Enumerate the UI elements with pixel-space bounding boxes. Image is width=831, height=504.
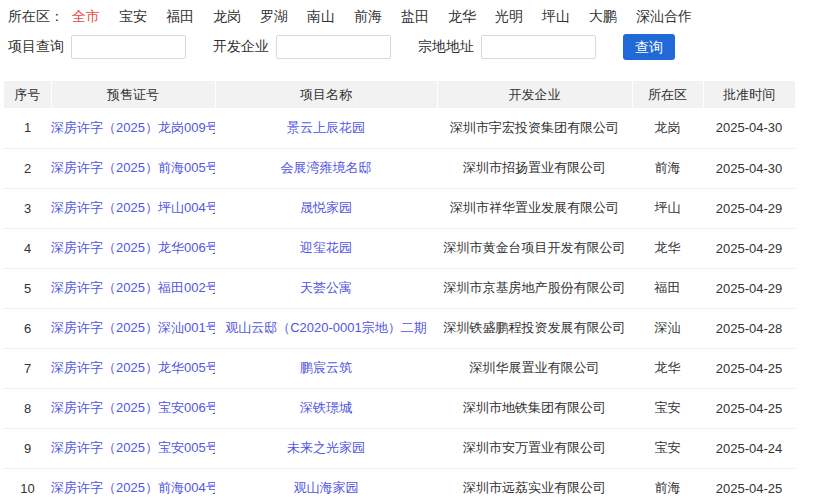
cell-developer: 深圳市安万置业有限公司	[437, 428, 632, 468]
permit-no-link[interactable]: 深房许字（2025）龙岗009号	[51, 120, 215, 135]
permit-no-link[interactable]: 深房许字（2025）前海005号	[51, 160, 215, 175]
cell-index: 5	[4, 268, 51, 308]
project-name-link[interactable]: 未来之光家园	[287, 440, 365, 455]
district-item-0[interactable]: 全市	[72, 8, 100, 26]
table-row: 5深房许字（2025）福田002号天荟公寓深圳市京基房地产股份有限公司福田202…	[4, 268, 795, 308]
cell: 晟悦家园	[215, 188, 437, 228]
cell-approval-date: 2025-04-25	[703, 388, 795, 428]
permit-no-link[interactable]: 深房许字（2025）宝安006号	[51, 400, 215, 415]
cell: 深房许字（2025）宝安005号	[51, 428, 215, 468]
district-item-10[interactable]: 坪山	[542, 8, 570, 26]
cell: 深房许字（2025）福田002号	[51, 268, 215, 308]
cell: 深房许字（2025）前海005号	[51, 148, 215, 188]
cell-approval-date: 2025-04-30	[703, 108, 795, 148]
col-header-approval-date: 批准时间	[703, 81, 795, 108]
district-item-11[interactable]: 大鹏	[589, 8, 617, 26]
permit-no-link[interactable]: 深房许字（2025）深汕001号	[51, 320, 215, 335]
table-row: 2深房许字（2025）前海005号会展湾雍境名邸深圳市招扬置业有限公司前海202…	[4, 148, 795, 188]
permit-no-link[interactable]: 深房许字（2025）坪山004号	[51, 200, 215, 215]
table-body: 1深房许字（2025）龙岗009号景云上辰花园深圳市宇宏投资集团有限公司龙岗20…	[4, 108, 795, 504]
project-search-group: 项目查询	[8, 35, 186, 59]
district-item-1[interactable]: 宝安	[119, 8, 147, 26]
cell-district: 宝安	[632, 428, 703, 468]
cell-district: 宝安	[632, 388, 703, 428]
developer-search-label: 开发企业	[213, 38, 269, 56]
table-row: 7深房许字（2025）龙华005号鹏宸云筑深圳华展置业有限公司龙华2025-04…	[4, 348, 795, 388]
permit-no-link[interactable]: 深房许字（2025）龙华006号	[51, 240, 215, 255]
cell: 未来之光家园	[215, 428, 437, 468]
district-item-4[interactable]: 罗湖	[260, 8, 288, 26]
project-name-link[interactable]: 晟悦家园	[300, 200, 352, 215]
developer-search-input[interactable]	[276, 35, 391, 59]
cell: 深房许字（2025）深汕001号	[51, 308, 215, 348]
table-row: 8深房许字（2025）宝安006号深铁璟城深圳市地铁集团有限公司宝安2025-0…	[4, 388, 795, 428]
col-header-index: 序号	[4, 81, 51, 108]
cell-district: 龙华	[632, 348, 703, 388]
permit-no-link[interactable]: 深房许字（2025）龙华005号	[51, 360, 215, 375]
project-search-input[interactable]	[71, 35, 186, 59]
cell: 深铁璟城	[215, 388, 437, 428]
cell: 鹏宸云筑	[215, 348, 437, 388]
district-item-2[interactable]: 福田	[166, 8, 194, 26]
cell-index: 4	[4, 228, 51, 268]
cell-index: 6	[4, 308, 51, 348]
cell: 深房许字（2025）龙华005号	[51, 348, 215, 388]
parcel-address-group: 宗地地址	[418, 35, 596, 59]
district-item-7[interactable]: 盐田	[401, 8, 429, 26]
cell-index: 1	[4, 108, 51, 148]
cell-index: 7	[4, 348, 51, 388]
district-item-3[interactable]: 龙岗	[213, 8, 241, 26]
cell-approval-date: 2025-04-25	[703, 348, 795, 388]
project-name-link[interactable]: 天荟公寓	[300, 280, 352, 295]
project-name-link[interactable]: 观山云邸（C2020-0001宗地）二期	[225, 320, 427, 335]
cell: 天荟公寓	[215, 268, 437, 308]
cell-index: 10	[4, 468, 51, 504]
cell: 迎玺花园	[215, 228, 437, 268]
project-name-link[interactable]: 会展湾雍境名邸	[281, 160, 372, 175]
col-header-district: 所在区	[632, 81, 703, 108]
district-filter-label: 所在区：	[8, 8, 64, 26]
cell-developer: 深圳铁盛鹏程投资发展有限公司	[437, 308, 632, 348]
permit-no-link[interactable]: 深房许字（2025）福田002号	[51, 280, 215, 295]
cell: 深房许字（2025）宝安006号	[51, 388, 215, 428]
cell-index: 2	[4, 148, 51, 188]
cell-developer: 深圳市祥华置业发展有限公司	[437, 188, 632, 228]
cell-approval-date: 2025-04-29	[703, 268, 795, 308]
cell: 景云上辰花园	[215, 108, 437, 148]
cell-district: 深汕	[632, 308, 703, 348]
table-row: 10深房许字（2025）前海004号观山海家园深圳市远荔实业有限公司前海2025…	[4, 468, 795, 504]
table-header: 序号 预售证号 项目名称 开发企业 所在区 批准时间	[4, 81, 795, 108]
parcel-address-label: 宗地地址	[418, 38, 474, 56]
district-filter-items: 全市宝安福田龙岗罗湖南山前海盐田龙华光明坪山大鹏深汕合作	[72, 8, 692, 26]
cell: 深房许字（2025）前海004号	[51, 468, 215, 504]
district-filter-bar: 所在区： 全市宝安福田龙岗罗湖南山前海盐田龙华光明坪山大鹏深汕合作	[0, 0, 831, 24]
cell-developer: 深圳华展置业有限公司	[437, 348, 632, 388]
project-name-link[interactable]: 深铁璟城	[300, 400, 352, 415]
cell: 深房许字（2025）坪山004号	[51, 188, 215, 228]
cell-district: 坪山	[632, 188, 703, 228]
cell-index: 9	[4, 428, 51, 468]
district-item-8[interactable]: 龙华	[448, 8, 476, 26]
developer-search-group: 开发企业	[213, 35, 391, 59]
table-row: 9深房许字（2025）宝安005号未来之光家园深圳市安万置业有限公司宝安2025…	[4, 428, 795, 468]
project-name-link[interactable]: 观山海家园	[294, 480, 359, 495]
query-button[interactable]: 查询	[623, 34, 675, 60]
cell: 深房许字（2025）龙岗009号	[51, 108, 215, 148]
cell: 观山云邸（C2020-0001宗地）二期	[215, 308, 437, 348]
cell-approval-date: 2025-04-30	[703, 148, 795, 188]
district-item-9[interactable]: 光明	[495, 8, 523, 26]
table-row: 4深房许字（2025）龙华006号迎玺花园深圳市黄金台项目开发有限公司龙华202…	[4, 228, 795, 268]
project-name-link[interactable]: 景云上辰花园	[287, 120, 365, 135]
project-name-link[interactable]: 迎玺花园	[300, 240, 352, 255]
parcel-address-input[interactable]	[481, 35, 596, 59]
cell-district: 前海	[632, 468, 703, 504]
table-row: 3深房许字（2025）坪山004号晟悦家园深圳市祥华置业发展有限公司坪山2025…	[4, 188, 795, 228]
project-name-link[interactable]: 鹏宸云筑	[300, 360, 352, 375]
presale-permit-table: 序号 预售证号 项目名称 开发企业 所在区 批准时间 1深房许字（2025）龙岗…	[4, 81, 795, 504]
permit-no-link[interactable]: 深房许字（2025）宝安005号	[51, 440, 215, 455]
district-item-12[interactable]: 深汕合作	[636, 8, 692, 26]
district-item-6[interactable]: 前海	[354, 8, 382, 26]
district-item-5[interactable]: 南山	[307, 8, 335, 26]
permit-no-link[interactable]: 深房许字（2025）前海004号	[51, 480, 215, 495]
cell-approval-date: 2025-04-25	[703, 468, 795, 504]
